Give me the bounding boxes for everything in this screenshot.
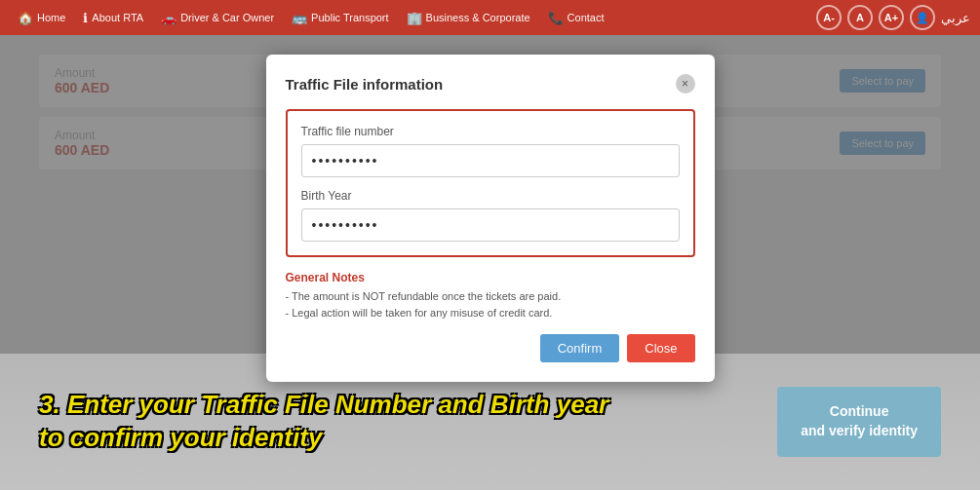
nav-home[interactable]: 🏠 Home: [10, 7, 73, 29]
bus-icon: 🚌: [292, 11, 307, 25]
top-nav: 🏠 Home ℹ About RTA 🚗 Driver & Car Owner …: [0, 0, 980, 35]
continue-btn-line2: and verify identity: [801, 423, 918, 438]
nav-public-transport[interactable]: 🚌 Public Transport: [284, 7, 396, 29]
font-increase-btn[interactable]: A+: [879, 5, 904, 30]
user-icon[interactable]: 👤: [910, 5, 935, 30]
nav-home-label: Home: [37, 12, 65, 23]
continue-verify-button[interactable]: Continue and verify identity: [777, 387, 941, 456]
font-decrease-btn[interactable]: A-: [816, 5, 842, 30]
instruction-text: 3. Enter your Traffic File Number and Bi…: [39, 389, 624, 455]
business-icon: 🏢: [407, 11, 422, 25]
nav-about-rta[interactable]: ℹ About RTA: [75, 7, 151, 29]
confirm-button[interactable]: Confirm: [540, 334, 620, 362]
general-notes-section: General Notes - The amount is NOT refund…: [286, 271, 695, 320]
continue-btn-line1: Continue: [830, 403, 889, 419]
traffic-file-label: Traffic file number: [301, 125, 680, 138]
nav-about-label: About RTA: [92, 12, 143, 23]
nav-business[interactable]: 🏢 Business & Corporate: [399, 7, 538, 29]
nav-driver-car[interactable]: 🚗 Driver & Car Owner: [153, 7, 282, 29]
car-icon: 🚗: [161, 11, 176, 25]
nav-business-label: Business & Corporate: [426, 12, 530, 23]
nav-driver-label: Driver & Car Owner: [180, 12, 274, 23]
modal-footer: Confirm Close: [286, 334, 695, 362]
modal-traffic-file: Traffic File information × Traffic file …: [266, 55, 715, 382]
main-content: Amount 600 AED Select to pay Amount 600 …: [0, 35, 980, 490]
birth-year-input[interactable]: [301, 208, 680, 242]
home-icon: 🏠: [18, 11, 33, 25]
nav-transport-label: Public Transport: [311, 12, 388, 23]
info-icon: ℹ: [83, 11, 88, 25]
general-notes-item-1: - The amount is NOT refundable once the …: [286, 288, 695, 305]
birth-year-label: Birth Year: [301, 189, 680, 203]
modal-title: Traffic File information: [286, 76, 444, 93]
arabic-language-btn[interactable]: عربي: [941, 11, 970, 25]
traffic-file-input[interactable]: [301, 144, 680, 177]
nav-contact[interactable]: 📞 Contact: [540, 7, 612, 29]
modal-form-section: Traffic file number Birth Year: [286, 109, 695, 257]
font-normal-btn[interactable]: A: [847, 5, 873, 30]
nav-right-controls: A- A A+ 👤 عربي: [816, 5, 970, 30]
phone-icon: 📞: [548, 11, 564, 25]
instruction-body: Enter your Traffic File Number and Birth…: [39, 390, 608, 452]
close-button[interactable]: Close: [627, 334, 694, 362]
general-notes-item-2: - Legal action will be taken for any mis…: [286, 305, 695, 321]
modal-header: Traffic File information ×: [286, 74, 695, 94]
nav-contact-label: Contact: [568, 12, 605, 23]
step-number: 3.: [39, 390, 60, 419]
general-notes-title: General Notes: [286, 271, 695, 284]
modal-close-button[interactable]: ×: [676, 74, 695, 94]
